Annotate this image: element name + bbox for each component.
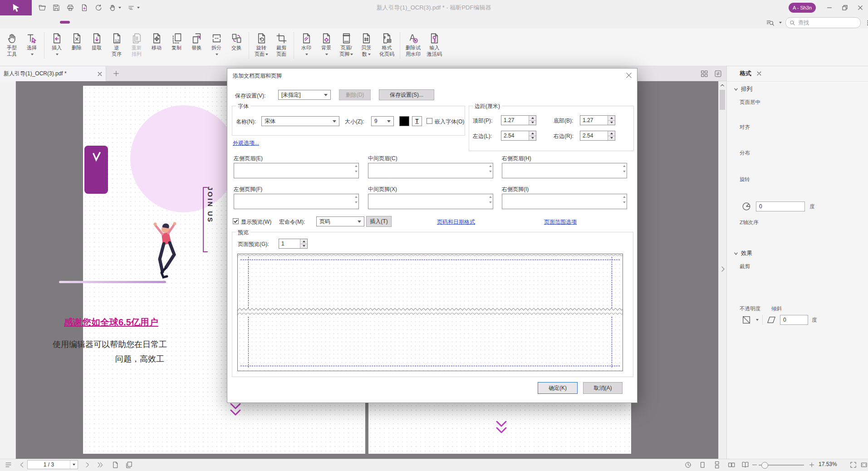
panel-collapse-icon[interactable]: [721, 266, 725, 272]
close-panel-icon[interactable]: [757, 71, 761, 76]
align-button[interactable]: [839, 133, 849, 143]
rotate-button[interactable]: [781, 185, 791, 195]
book-view-icon[interactable]: [741, 461, 749, 469]
margin-right-spinner[interactable]: 2.54: [580, 131, 615, 141]
scroll-up-icon[interactable]: [720, 83, 725, 88]
continuous-view-icon[interactable]: [713, 461, 721, 469]
page-date-format-link[interactable]: 页码和日期格式: [437, 218, 475, 226]
menu-item[interactable]: [46, 21, 56, 24]
app-logo[interactable]: [0, 0, 32, 15]
centering-button[interactable]: [798, 108, 808, 118]
footer-right-textarea[interactable]: [502, 194, 627, 209]
header-right-textarea[interactable]: [502, 163, 627, 178]
ribbon-button[interactable]: 交换: [226, 29, 246, 51]
menu-item[interactable]: [74, 21, 83, 24]
single-page-view-icon[interactable]: [699, 461, 706, 469]
rotate-button[interactable]: [761, 185, 771, 195]
quick-button[interactable]: [127, 4, 140, 12]
crop-shape-button[interactable]: [759, 272, 769, 282]
scrollbar-thumb[interactable]: [720, 90, 725, 110]
zorder-button[interactable]: [770, 228, 780, 238]
ribbon-button[interactable]: 替换: [186, 29, 206, 51]
embed-font-checkbox[interactable]: [427, 118, 432, 124]
align-button[interactable]: [780, 133, 790, 143]
menu-item[interactable]: [19, 21, 29, 24]
menu-item[interactable]: [182, 21, 192, 24]
new-tab-button[interactable]: [113, 70, 120, 77]
rotate-angle-input[interactable]: 0: [756, 201, 805, 211]
facing-view-icon[interactable]: [728, 461, 736, 469]
ribbon-button[interactable]: 提取: [87, 29, 107, 51]
close-window-button[interactable]: [853, 0, 868, 15]
sidebar-panel-button[interactable]: [3, 265, 12, 274]
ribbon-button[interactable]: 贝茨 数: [356, 29, 376, 57]
status-menu-icon[interactable]: [5, 461, 12, 469]
crop-shape-button[interactable]: [776, 272, 786, 282]
ribbon-button[interactable]: 插入: [47, 29, 67, 57]
footer-center-textarea[interactable]: [368, 194, 493, 209]
format-panel-tab[interactable]: 格式: [740, 69, 761, 78]
last-page-icon[interactable]: [96, 461, 104, 469]
header-center-textarea[interactable]: [368, 163, 493, 178]
ribbon-button[interactable]: 输入 激活码: [424, 29, 445, 57]
ribbon-button[interactable]: 水印: [296, 29, 316, 57]
menu-item[interactable]: [114, 21, 124, 24]
ribbon-button[interactable]: 删除试 用水印: [402, 29, 424, 57]
align-button[interactable]: [800, 133, 810, 143]
zorder-button[interactable]: [741, 228, 751, 238]
insert-macro-button[interactable]: 插入(T): [366, 216, 392, 227]
ribbon-button[interactable]: 页眉/ 页脚: [336, 29, 356, 57]
clipboard-pages-icon[interactable]: [125, 461, 133, 469]
zoom-in-icon[interactable]: [809, 461, 815, 469]
ribbon-button[interactable]: 重新 排列: [127, 29, 147, 57]
page-preview-spinner[interactable]: 1: [279, 239, 308, 249]
distribute-button[interactable]: [741, 158, 751, 168]
ribbon-button[interactable]: 移动: [147, 29, 167, 51]
menu-item[interactable]: [128, 21, 138, 24]
font-color-swatch[interactable]: [399, 116, 409, 126]
quick-button[interactable]: [80, 4, 88, 12]
quick-button[interactable]: [52, 4, 60, 12]
fit-screen-icon[interactable]: [849, 461, 857, 469]
user-avatar[interactable]: A - Sh3n: [789, 3, 816, 13]
rotate-button[interactable]: [801, 185, 811, 195]
appearance-options-link[interactable]: 外观选项...: [233, 139, 259, 147]
page-range-options-link[interactable]: 页面范围选项: [544, 218, 577, 226]
arrange-section-header[interactable]: 排列: [734, 85, 752, 93]
menu-item[interactable]: [5, 21, 15, 24]
opacity-caret-icon[interactable]: [756, 319, 759, 321]
sidebar-panel-button[interactable]: [3, 118, 12, 127]
opacity-swatch-icon[interactable]: [741, 315, 751, 325]
crop-tool-button[interactable]: [741, 288, 751, 298]
ribbon-button[interactable]: 旋转 页面: [251, 29, 271, 57]
ribbon-button[interactable]: 拆分: [206, 29, 226, 57]
save-settings-button[interactable]: 保存设置(S)...: [379, 89, 434, 100]
macro-select[interactable]: 页码: [316, 216, 364, 226]
ok-button[interactable]: 确定(K): [538, 382, 578, 394]
header-left-textarea[interactable]: [234, 163, 359, 178]
font-name-select[interactable]: 宋体: [261, 116, 339, 126]
tab-swap-icon[interactable]: [714, 70, 722, 78]
sidebar-panel-button[interactable]: [3, 200, 12, 209]
sidebar-panel-button[interactable]: [3, 96, 12, 105]
rotate-button[interactable]: [741, 185, 751, 195]
more-options-icon[interactable]: [864, 20, 868, 26]
menu-item[interactable]: [60, 21, 70, 24]
dialog-close-icon[interactable]: [625, 71, 633, 79]
ribbon-button[interactable]: 裁剪 页面: [271, 29, 291, 57]
zoom-out-icon[interactable]: [751, 461, 758, 469]
margin-left-spinner[interactable]: 2.54: [501, 131, 536, 141]
ribbon-button[interactable]: 选择: [22, 29, 42, 57]
ribbon-button[interactable]: 删除: [67, 29, 87, 51]
next-page-icon[interactable]: [83, 461, 91, 469]
search-input[interactable]: 查找: [785, 17, 861, 28]
zoom-slider-knob[interactable]: [761, 462, 768, 469]
menu-item[interactable]: [169, 21, 179, 24]
menu-item[interactable]: [155, 21, 165, 24]
ribbon-button[interactable]: 复制: [167, 29, 186, 51]
minimize-button[interactable]: [822, 0, 837, 15]
menu-item[interactable]: [87, 21, 97, 24]
menu-item[interactable]: [101, 21, 111, 24]
font-size-select[interactable]: 9: [371, 116, 394, 126]
view-rotate-icon[interactable]: [684, 461, 692, 469]
